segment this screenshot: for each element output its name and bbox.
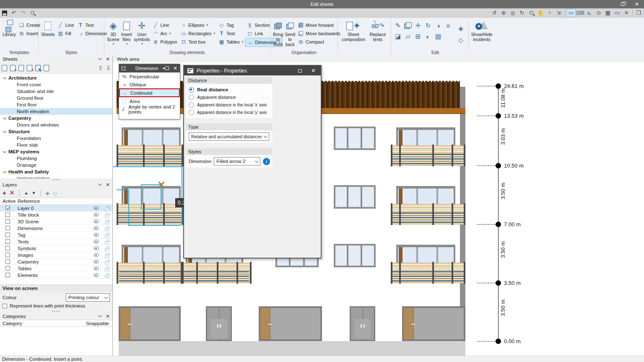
sheet-item[interactable]: Floor slab (0, 142, 112, 148)
sheet-item[interactable]: Foundation (0, 135, 112, 142)
bring-to-front-button[interactable]: Bring to front (272, 19, 284, 49)
angle-snap-button[interactable]: ⊙ (594, 9, 603, 17)
properties-dialog-titlebar[interactable]: Properties - Properties ✕ (184, 66, 321, 75)
visibility-icon[interactable] (93, 260, 99, 264)
radio-apparent-y[interactable]: Apparent distance in the local 'y' axis (189, 109, 270, 116)
layer-active-checkbox[interactable] (5, 233, 10, 237)
layer-row[interactable]: Elements (0, 272, 112, 279)
redraw-button[interactable]: ↻ (517, 9, 527, 17)
layer-row[interactable]: Carpentry (0, 259, 112, 265)
visibility-icon[interactable] (93, 253, 99, 257)
tool-angle-vertex[interactable]: ∠Angle by vertex and 2 points (119, 105, 180, 113)
pin-icon[interactable] (165, 67, 169, 70)
insert-files-button[interactable]: Insert files▾ (120, 19, 133, 49)
edit-mirror-button[interactable]: ◑ (433, 21, 443, 31)
layer-row[interactable]: Symbols (0, 245, 112, 252)
duplicate-sheet-button[interactable] (18, 65, 24, 71)
colour-select[interactable]: Printing colour (66, 293, 110, 302)
print-scale-button[interactable]: 1.00 (576, 9, 585, 17)
dimension-toolbar-titlebar[interactable]: Dimension ✕ (119, 64, 180, 72)
panel-layout-button[interactable]: ❒ (634, 9, 643, 17)
fill-style-button[interactable]: ▨Fill (56, 29, 76, 38)
zoom-window-button[interactable] (527, 9, 536, 17)
lock-icon[interactable] (105, 208, 109, 211)
lock-icon[interactable] (105, 261, 109, 264)
layer-row[interactable]: Texts (0, 238, 112, 245)
lock-icon[interactable] (105, 221, 109, 224)
edit-format-paint-button[interactable]: ▧ (433, 31, 443, 41)
draw-line-button[interactable]: ╱Line (151, 21, 179, 29)
fit-to-window-button[interactable]: ⇲ (554, 9, 564, 17)
layer-active-checkbox[interactable] (5, 226, 10, 230)
layer-active-checkbox[interactable] (5, 266, 10, 271)
sheet-item[interactable]: Situation and site (0, 88, 112, 95)
sheet-item[interactable]: First floor (0, 101, 112, 108)
draw-tag-button[interactable]: ◇Tag (217, 21, 245, 29)
solid-view-button[interactable]: ◇ (456, 35, 466, 45)
visibility-icon[interactable] (93, 266, 99, 270)
delete-sheet-button[interactable]: × (27, 65, 32, 71)
close-window-button[interactable]: ✕ (630, 0, 644, 8)
edit-erase-button[interactable]: ◪ (393, 31, 403, 41)
restore-window-button[interactable] (615, 0, 630, 8)
rectangle-mode-button[interactable]: ▭ (566, 9, 576, 17)
edit-polygon-button[interactable]: ▱ (403, 31, 413, 41)
zoom-scale-button[interactable]: ◎ (508, 9, 517, 17)
close-panel-icon[interactable]: ✕ (106, 57, 110, 62)
close-panel-icon[interactable]: ✕ (106, 182, 110, 187)
compact-button[interactable]: ⧉Compact (296, 38, 342, 46)
layer-active-checkbox[interactable] (5, 239, 10, 244)
tool-oblique[interactable]: ↘Oblique (119, 80, 180, 88)
close-toolbar-button[interactable]: ✕ (173, 65, 177, 71)
library-button[interactable]: Library (2, 19, 17, 49)
visibility-icon[interactable] (93, 240, 99, 243)
visibility-icon[interactable] (93, 226, 99, 230)
sheet-group[interactable]: Carpentry (0, 115, 112, 122)
layer-row[interactable]: Title block (0, 212, 112, 218)
sheet-group[interactable]: Structure (0, 128, 112, 135)
edit-move-button[interactable]: ✛ (413, 21, 423, 31)
draw-rectangles-button[interactable]: ▭Rectangles▾ (179, 29, 217, 38)
hide-all-layers-button[interactable]: ◇ (53, 190, 57, 196)
toolbar-menu-icon[interactable] (122, 67, 125, 70)
move-forward-button[interactable]: Move forward (296, 21, 342, 29)
type-select[interactable]: Relative and accumulated distances (189, 132, 269, 141)
collapse-panel-icon[interactable] (99, 314, 102, 317)
show-hide-incidents-button[interactable]: ✕ Show/Hide incidents (469, 19, 495, 49)
layer-active-checkbox[interactable] (5, 273, 10, 277)
visibility-icon[interactable] (93, 213, 99, 217)
layer-active-checkbox[interactable] (5, 253, 10, 257)
move-view-button[interactable]: ✛ (545, 9, 554, 17)
print-thickness-checkbox[interactable] (3, 304, 7, 308)
show-all-layers-button[interactable]: ◈ (45, 190, 49, 196)
sheet-group[interactable]: MEP systems (0, 148, 112, 155)
layer-row[interactable]: Images (0, 252, 112, 259)
send-to-back-button[interactable]: Send to back (284, 19, 296, 49)
sheet-item-selected[interactable]: North elevation (0, 108, 112, 115)
layer-active-checkbox[interactable] (5, 219, 10, 224)
pan-button[interactable]: ✋ (536, 9, 545, 17)
print-sheets-button[interactable] (44, 65, 49, 71)
edit-modify-button[interactable]: ✎ (393, 21, 403, 31)
collapse-panel-icon[interactable] (99, 182, 102, 186)
user-symbols-button[interactable]: ✛User symbols▾ (133, 19, 151, 49)
undo-button[interactable]: ↶ (9, 9, 18, 17)
move-layer-up-button[interactable]: ▲ (24, 191, 29, 195)
draw-ellipses-button[interactable]: ○Ellipses▾ (179, 21, 217, 29)
sheet-group[interactable]: Architecture (0, 75, 112, 81)
sheet-item[interactable]: Front cover (0, 81, 112, 88)
layer-active-checkbox[interactable] (5, 206, 10, 210)
tool-continued-active[interactable]: ↔Continued (119, 88, 180, 97)
lock-icon[interactable] (105, 255, 109, 258)
zoom-extents-button[interactable]: ⊕ (499, 9, 508, 17)
edit-scale-button[interactable]: ⊞ (413, 31, 423, 41)
close-dialog-button[interactable]: ✕ (311, 67, 316, 74)
radio-real-distance[interactable]: Real distance (189, 86, 270, 93)
new-group-button[interactable] (2, 65, 7, 71)
lock-icon[interactable] (105, 248, 109, 251)
comment-button[interactable]: ▭ (613, 9, 622, 17)
lock-icon[interactable] (105, 228, 109, 231)
sheet-item[interactable]: Drainage (0, 162, 112, 168)
3d-scene-button[interactable]: ◈3D Scene▾ (106, 19, 120, 49)
maximize-dialog-button[interactable] (298, 69, 302, 72)
